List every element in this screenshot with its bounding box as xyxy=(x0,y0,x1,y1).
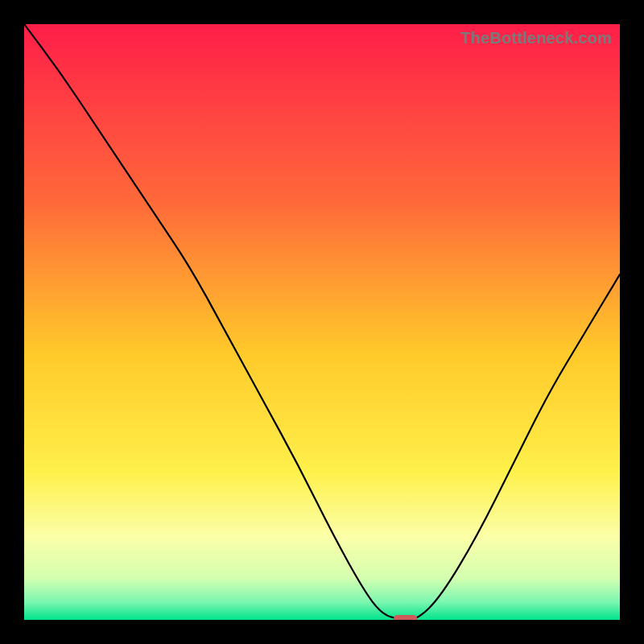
bottleneck-marker xyxy=(394,615,418,620)
bottleneck-chart xyxy=(24,24,620,620)
watermark-text: TheBottleneck.com xyxy=(460,29,612,47)
gradient-background xyxy=(24,24,620,620)
chart-frame: TheBottleneck.com xyxy=(24,24,620,620)
